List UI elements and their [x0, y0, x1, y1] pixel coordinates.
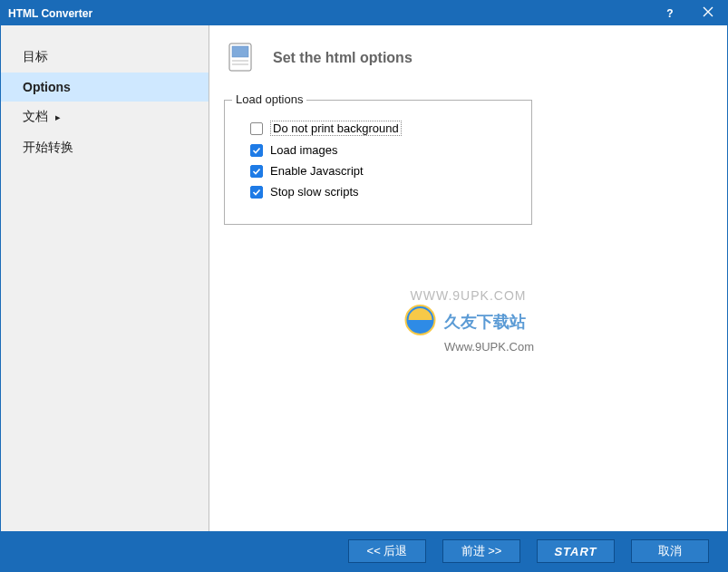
- page-icon: [226, 42, 258, 74]
- body-area: 目标 Options 文档 ▸ 开始转换 Set the html option…: [1, 25, 727, 531]
- option-row-enable-javascript: Enable Javascript: [250, 164, 506, 178]
- checkbox-label: Do not print background: [270, 121, 402, 136]
- option-row-load-images: Load images: [250, 143, 506, 157]
- checkbox-label: Stop slow scripts: [270, 185, 359, 199]
- checkbox-stop-slow-scripts[interactable]: [250, 186, 263, 199]
- sidebar-item-label: 开始转换: [23, 140, 73, 154]
- sidebar-item-document[interactable]: 文档 ▸: [1, 102, 209, 132]
- load-options-group: Load options Do not print background Loa…: [224, 100, 532, 225]
- sidebar-item-options[interactable]: Options: [1, 73, 209, 102]
- page-header: Set the html options: [209, 25, 727, 82]
- sidebar-item-start-convert[interactable]: 开始转换: [1, 132, 209, 163]
- forward-button[interactable]: 前进 >>: [442, 539, 520, 563]
- sidebar-item-label: Options: [23, 80, 71, 94]
- button-label: START: [554, 545, 597, 558]
- close-icon: [703, 6, 713, 20]
- chevron-right-icon: ▸: [55, 111, 61, 122]
- main-panel: Set the html options Load options Do not…: [209, 25, 727, 531]
- svg-rect-1: [232, 46, 248, 57]
- checkbox-label: Enable Javascript: [270, 164, 364, 178]
- option-row-no-print-background: Do not print background: [250, 121, 506, 136]
- back-button[interactable]: << 后退: [348, 539, 426, 563]
- cancel-button[interactable]: 取消: [631, 539, 709, 563]
- close-button[interactable]: [689, 1, 727, 25]
- svg-point-4: [405, 305, 434, 334]
- title-bar: HTML Converter ?: [1, 1, 727, 25]
- checkbox-no-print-background[interactable]: [250, 122, 263, 135]
- svg-point-5: [405, 305, 434, 334]
- button-label: 前进 >>: [461, 543, 502, 559]
- page-title: Set the html options: [273, 50, 413, 66]
- button-label: << 后退: [367, 543, 408, 559]
- window-title: HTML Converter: [8, 7, 92, 20]
- button-label: 取消: [658, 543, 682, 559]
- checkbox-enable-javascript[interactable]: [250, 165, 263, 178]
- globe-icon: [403, 303, 437, 340]
- watermark-title: 久友下载站: [444, 311, 526, 333]
- help-button[interactable]: ?: [651, 1, 689, 25]
- footer: << 后退 前进 >> START 取消: [1, 531, 727, 571]
- watermark: WWW.9UPK.COM 久友下载站 Www.9UPK.Com: [403, 288, 534, 354]
- sidebar: 目标 Options 文档 ▸ 开始转换: [1, 25, 209, 531]
- checkbox-load-images[interactable]: [250, 144, 263, 157]
- option-row-stop-slow-scripts: Stop slow scripts: [250, 185, 506, 199]
- sidebar-item-target[interactable]: 目标: [1, 42, 209, 73]
- watermark-faint-url: WWW.9UPK.COM: [403, 288, 534, 303]
- start-button[interactable]: START: [537, 539, 615, 563]
- sidebar-item-label: 文档: [23, 109, 48, 123]
- group-legend: Load options: [232, 92, 306, 106]
- watermark-url: Www.9UPK.Com: [444, 340, 534, 354]
- sidebar-item-label: 目标: [23, 49, 48, 63]
- checkbox-label: Load images: [270, 143, 337, 157]
- help-icon: ?: [666, 7, 673, 20]
